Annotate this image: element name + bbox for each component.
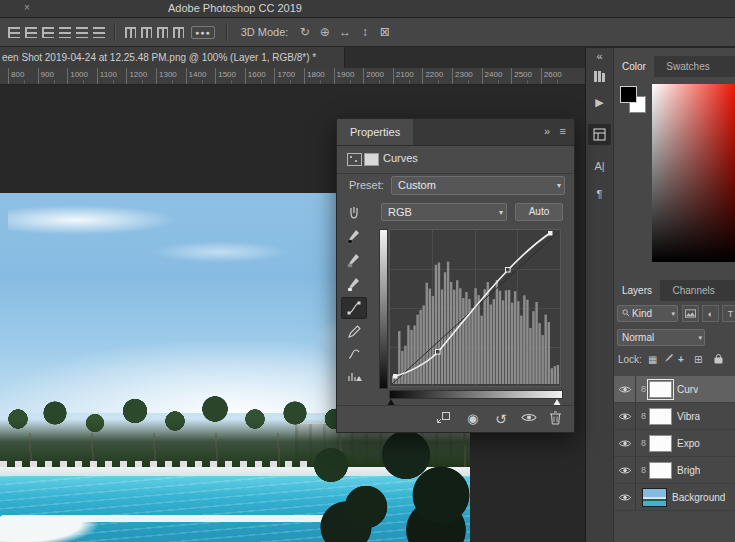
auto-button[interactable]: Auto — [515, 203, 563, 221]
mask-link-icon: 8 — [641, 438, 646, 448]
layer-mask-thumbnail[interactable] — [649, 462, 672, 479]
tab-channels[interactable]: Channels — [664, 280, 722, 301]
ruler-tick: 2400 — [482, 68, 513, 84]
distribute-middle-icon[interactable] — [141, 27, 152, 38]
properties-panel-icon[interactable] — [588, 124, 611, 145]
layer-mask-thumbnail[interactable] — [649, 408, 672, 425]
panel-menu-icon[interactable]: ≡ — [560, 125, 566, 137]
align-right-icon[interactable] — [42, 27, 54, 38]
filter-pixel-layers-icon[interactable] — [682, 305, 699, 322]
window-close-icon[interactable]: × — [24, 2, 30, 13]
document-tab[interactable]: een Shot 2019-04-24 at 12.25.48 PM.png @… — [0, 47, 345, 68]
app-title: Adobe Photoshop CC 2019 — [168, 2, 302, 14]
adjustment-title-row: Curves — [337, 145, 574, 174]
photoshop-window: × Adobe Photoshop CC 2019 ●●● 3D Mode: ↻… — [0, 0, 735, 542]
distribute-left-icon[interactable] — [173, 27, 184, 38]
lock-transparency-icon[interactable]: ▦ — [648, 353, 657, 367]
reset-adjustment-icon[interactable]: ↺ — [495, 411, 507, 427]
channel-value: RGB — [388, 206, 412, 218]
input-gradient-strip — [389, 390, 563, 399]
view-previous-state-icon[interactable]: ◉ — [467, 411, 478, 427]
layer-name: Vibra — [677, 411, 700, 422]
curve-point-mid2[interactable] — [506, 268, 511, 273]
libraries-panel-icon[interactable] — [586, 70, 613, 85]
layer-row-background[interactable]: Background — [614, 484, 735, 511]
layer-filter-dropdown[interactable]: Kind ▾ — [617, 305, 678, 322]
3d-roll-icon[interactable]: ⊕ — [317, 25, 332, 39]
foreground-color-swatch[interactable] — [620, 86, 637, 103]
layer-mask-thumbnail[interactable] — [649, 435, 672, 452]
more-options-button[interactable]: ●●● — [191, 26, 215, 39]
3d-mode-label: 3D Mode: — [241, 26, 289, 38]
align-top-icon[interactable] — [59, 27, 71, 38]
collapse-panel-icon[interactable]: » — [544, 125, 550, 137]
curve-point-mid1[interactable] — [436, 350, 441, 355]
3d-pan-icon[interactable]: ↔ — [337, 25, 352, 39]
black-point-eyedropper[interactable] — [341, 225, 367, 247]
gray-point-eyedropper[interactable] — [341, 249, 367, 271]
3d-slide-icon[interactable]: ↕ — [357, 25, 372, 39]
smooth-curve-tool[interactable] — [341, 343, 367, 365]
layer-name: Brigh — [677, 465, 700, 476]
edit-points-curve-tool[interactable] — [341, 297, 367, 319]
preset-dropdown[interactable]: Custom ▾ — [391, 176, 565, 195]
layer-visibility-icon[interactable] — [614, 403, 636, 430]
lock-position-icon[interactable]: + — [678, 353, 684, 367]
clip-to-layer-icon[interactable] — [435, 411, 451, 429]
3d-scale-icon[interactable]: ⊠ — [377, 25, 392, 39]
layer-row-brightness[interactable]: 8 Brigh — [614, 457, 735, 484]
tab-color[interactable]: Color — [614, 56, 654, 77]
tab-layers[interactable]: Layers — [614, 280, 660, 301]
channel-dropdown[interactable]: RGB ▾ — [381, 203, 507, 221]
curve-point-highlights[interactable] — [548, 231, 553, 236]
layer-visibility-icon[interactable] — [614, 457, 636, 484]
layer-visibility-icon[interactable] — [614, 484, 636, 511]
layer-row-curves[interactable]: 8 Curv — [614, 376, 735, 403]
layer-thumbnail[interactable] — [642, 488, 667, 507]
delete-adjustment-icon[interactable] — [549, 411, 562, 429]
layer-visibility-icon[interactable] — [614, 430, 636, 457]
actions-panel-icon[interactable]: ▶ — [586, 96, 613, 109]
clipping-warning-icon[interactable] — [341, 365, 367, 387]
tab-swatches[interactable]: Swatches — [658, 56, 717, 77]
character-panel-icon[interactable]: A| — [586, 160, 613, 172]
saturation-brightness-picker[interactable] — [652, 84, 735, 262]
filter-adjustment-layers-icon[interactable]: ◐ — [702, 305, 719, 322]
cloud — [150, 241, 290, 263]
layer-name: Expo — [677, 438, 700, 449]
distribute-bottom-icon[interactable] — [157, 27, 168, 38]
tab-paths[interactable]: Pat — [727, 280, 735, 301]
layer-row-exposure[interactable]: 8 Expo — [614, 430, 735, 457]
lock-artboard-icon[interactable]: ⊞ — [694, 353, 702, 367]
white-point-eyedropper[interactable] — [341, 273, 367, 295]
align-middle-icon[interactable] — [76, 27, 88, 38]
3d-orbit-icon[interactable]: ↻ — [297, 25, 312, 39]
filter-type-layers-icon[interactable]: T — [722, 305, 735, 322]
collapse-panels-icon[interactable]: « — [586, 50, 613, 62]
ruler-tick: 1400 — [186, 68, 217, 84]
lock-all-icon[interactable] — [714, 353, 723, 368]
align-center-h-icon[interactable] — [25, 27, 37, 38]
curve-grid[interactable] — [389, 229, 561, 387]
align-bottom-icon[interactable] — [93, 27, 105, 38]
blend-mode-value: Normal — [622, 332, 654, 343]
lock-paint-icon[interactable] — [664, 353, 674, 367]
paragraph-panel-icon[interactable]: ¶ — [586, 188, 613, 200]
curve-point-shadows[interactable] — [393, 374, 398, 379]
ruler[interactable]: 8009001000110012001300140015001600170018… — [0, 68, 585, 85]
align-left-icon[interactable] — [8, 27, 20, 38]
layer-visibility-icon[interactable] — [521, 411, 537, 427]
blend-mode-dropdown[interactable]: Normal ▾ — [617, 329, 705, 346]
layer-visibility-icon[interactable] — [614, 376, 636, 403]
layer-mask-thumbnail[interactable] — [649, 381, 672, 398]
chevron-down-icon: ▾ — [557, 177, 561, 194]
layer-row-vibrance[interactable]: 8 Vibra — [614, 403, 735, 430]
tab-properties[interactable]: Properties — [337, 119, 413, 145]
targeted-adjustment-tool[interactable] — [341, 201, 367, 223]
search-icon — [622, 309, 630, 317]
distribute-top-icon[interactable] — [125, 27, 136, 38]
mask-link-icon: 8 — [641, 465, 646, 475]
foreground-foliage — [286, 425, 470, 542]
draw-curve-pencil-tool[interactable] — [341, 321, 367, 343]
cloud — [8, 205, 178, 235]
